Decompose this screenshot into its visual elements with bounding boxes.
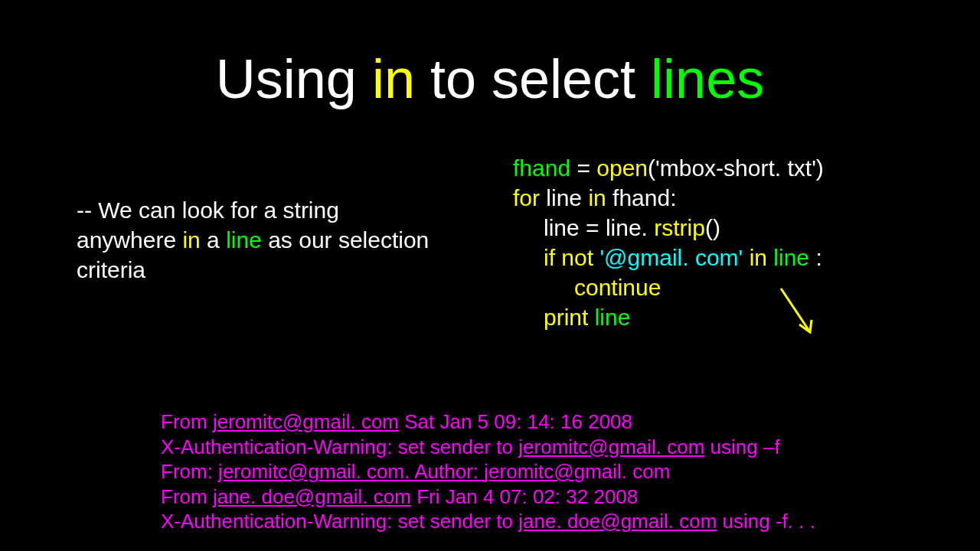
code-block: fhand = open('mbox-short. txt') for line… xyxy=(513,153,824,332)
bullet-text: -- We can look for a string anywhere in … xyxy=(77,195,436,285)
code-in: in xyxy=(588,185,606,210)
out4b: jane. doe@gmail. com xyxy=(213,485,411,508)
out4c: Fri Jan 4 07: 02: 32 2008 xyxy=(411,485,638,508)
title-part-in: in xyxy=(372,48,415,109)
out4a: From xyxy=(161,485,213,508)
code-gmail-string: '@gmail. com' xyxy=(599,245,743,270)
title-part-using: Using xyxy=(216,48,372,109)
code-colon: : xyxy=(809,245,822,270)
code-fhand-colon: fhand: xyxy=(606,185,677,210)
bullet-in: in xyxy=(182,227,200,253)
code-eq: = xyxy=(570,155,596,181)
output-line-3: From: jeromitc@gmail. com. Author: jerom… xyxy=(161,459,815,484)
out2c: using –f xyxy=(704,435,779,458)
slide-title: Using in to select lines xyxy=(0,47,980,110)
output-line-1: From jeromitc@gmail. com Sat Jan 5 09: 1… xyxy=(161,409,815,435)
output-line-2: X-Authentication-Warning: set sender to … xyxy=(161,435,815,460)
code-line-1: fhand = open('mbox-short. txt') xyxy=(513,153,824,183)
out2b: jeromitc@gmail. com xyxy=(518,435,704,458)
code-line-4: if not '@gmail. com' in line : xyxy=(513,243,824,272)
code-line-5: continue xyxy=(513,272,824,302)
code-print-line: line xyxy=(588,305,630,330)
bullet-mid: a xyxy=(201,227,226,253)
code-print: print xyxy=(544,305,588,330)
title-part-to-select: to select xyxy=(415,48,651,109)
out5a: X-Authentication-Warning: set sender to xyxy=(161,510,518,533)
code-continue: continue xyxy=(574,275,661,300)
title-part-lines: lines xyxy=(651,48,764,109)
out3d: gmail. com xyxy=(574,460,671,483)
out2a: X-Authentication-Warning: set sender to xyxy=(161,435,518,458)
code-line-2: for line in fhand: xyxy=(513,183,824,213)
bullet-line: line xyxy=(226,227,262,253)
code-for: for xyxy=(513,185,540,210)
slide: Using in to select lines -- We can look … xyxy=(0,0,980,551)
out1c: Sat Jan 5 09: 14: 16 2008 xyxy=(399,410,632,433)
output-line-4: From jane. doe@gmail. com Fri Jan 4 07: … xyxy=(161,484,815,510)
code-open: open xyxy=(596,155,648,181)
code-line-assign: line = line. xyxy=(544,215,654,240)
output-block: From jeromitc@gmail. com Sat Jan 5 09: 1… xyxy=(161,409,815,534)
code-line-var: line xyxy=(540,185,588,210)
code-if-not: if not xyxy=(544,245,599,270)
out1a: From xyxy=(161,410,213,433)
out3a: From: xyxy=(161,460,218,483)
out1b: jeromitc@gmail. com xyxy=(213,410,399,433)
out5b: jane. doe@gmail. com xyxy=(518,510,717,533)
out3b: jeromitc@gmail. com. Author: xyxy=(218,460,484,483)
code-line-id: line xyxy=(773,245,809,270)
code-line-6: print line xyxy=(513,302,824,332)
code-open-arg: ('mbox-short. txt') xyxy=(648,155,824,181)
code-parens: () xyxy=(705,215,720,240)
code-rstrip: rstrip xyxy=(654,215,705,240)
code-in-kw: in xyxy=(743,245,773,270)
code-line-3: line = line. rstrip() xyxy=(513,213,824,243)
code-fhand: fhand xyxy=(513,155,570,181)
output-line-5: X-Authentication-Warning: set sender to … xyxy=(161,509,815,534)
out3c: jeromitc@ xyxy=(484,460,573,483)
out5c: using -f. . . xyxy=(717,510,815,533)
